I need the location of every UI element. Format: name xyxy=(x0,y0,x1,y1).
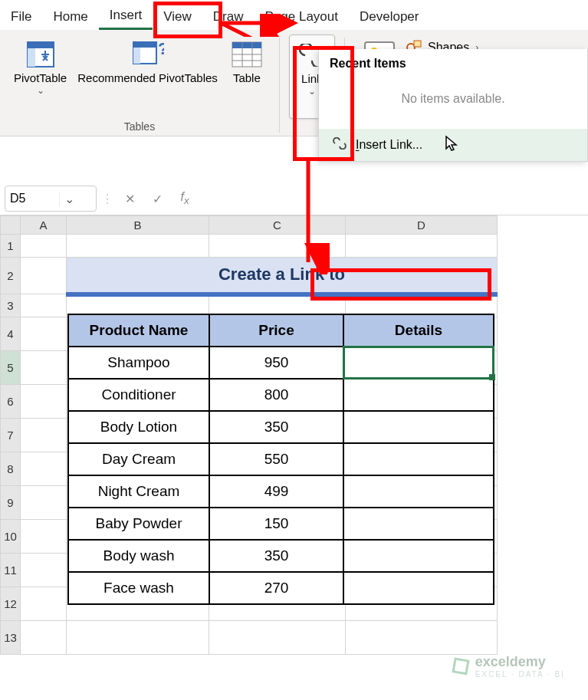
table-row: Face wash270 xyxy=(68,572,494,604)
column-header-b[interactable]: B xyxy=(67,216,209,235)
data-table: Product Name Price Details Shampoo950 Co… xyxy=(67,314,494,605)
cell-product[interactable]: Day Cream xyxy=(68,443,209,475)
cell-details-selected[interactable] xyxy=(343,347,494,379)
formula-input[interactable] xyxy=(201,189,583,209)
row-header[interactable]: 3 xyxy=(1,294,21,317)
fx-icon[interactable]: fx xyxy=(173,187,196,210)
cell-price[interactable]: 550 xyxy=(209,443,343,475)
chevron-down-icon: ⌄ xyxy=(37,85,44,96)
row-header[interactable]: 9 xyxy=(1,486,21,520)
row-header[interactable]: 8 xyxy=(1,452,21,486)
header-product-name[interactable]: Product Name xyxy=(68,314,209,347)
svg-rect-2 xyxy=(28,48,35,67)
cell-product[interactable]: Body wash xyxy=(68,540,209,572)
row-header[interactable]: 1 xyxy=(1,235,21,258)
table-row: Conditioner800 xyxy=(68,379,494,411)
chevron-down-icon: ⌄ xyxy=(308,86,316,97)
cursor-icon xyxy=(444,135,459,155)
cell-product[interactable]: Baby Powder xyxy=(68,508,209,540)
table-button[interactable]: Table xyxy=(224,35,270,119)
watermark-icon xyxy=(451,656,471,676)
cell-product[interactable]: Shampoo xyxy=(68,347,209,379)
cell-price[interactable]: 270 xyxy=(209,572,343,604)
row-header[interactable]: 6 xyxy=(1,385,21,419)
cell-price[interactable]: 800 xyxy=(209,379,343,411)
table-row: Night Cream499 xyxy=(68,475,494,508)
cancel-formula-icon[interactable]: ✕ xyxy=(118,187,141,210)
group-tables: PivotTable ⌄ ? Recommended PivotTables T… xyxy=(5,35,274,136)
row-header[interactable]: 2 xyxy=(1,258,21,294)
pivottable-icon xyxy=(26,38,55,71)
tables-group-label: Tables xyxy=(124,119,155,136)
cell-details[interactable] xyxy=(343,540,494,572)
cell-details[interactable] xyxy=(343,443,494,475)
table-row: Baby Powder150 xyxy=(68,508,494,540)
row-header[interactable]: 11 xyxy=(1,554,21,587)
insert-link-label: Insert Link... xyxy=(356,138,422,152)
row-header[interactable]: 5 xyxy=(1,351,21,385)
formula-bar: ⌄ ⋮ ✕ ✓ fx xyxy=(0,182,588,215)
watermark: exceldemy EXCEL · DATA · BI xyxy=(451,654,565,679)
cell-price[interactable]: 950 xyxy=(209,347,343,379)
recommended-pivottables-label: Recommended PivotTables xyxy=(77,71,218,85)
row-header[interactable]: 12 xyxy=(1,587,21,621)
row-header[interactable]: 10 xyxy=(1,520,21,554)
cell-product[interactable]: Conditioner xyxy=(68,379,209,411)
name-box-dropdown-icon[interactable]: ⌄ xyxy=(59,192,79,206)
tab-page-layout[interactable]: Page Layout xyxy=(255,5,349,29)
ribbon-tabs: File Home Insert View Draw Page Layout D… xyxy=(0,0,588,30)
cell-price[interactable]: 150 xyxy=(209,508,343,540)
row-header[interactable]: 13 xyxy=(1,621,21,655)
column-header-c[interactable]: C xyxy=(209,216,346,235)
worksheet[interactable]: A B C D 1 2Create a Link to 3 4 5 6 7 8 … xyxy=(0,215,588,655)
table-row: Shampoo950 xyxy=(68,347,494,379)
cell-details[interactable] xyxy=(343,475,494,508)
svg-rect-4 xyxy=(133,42,156,48)
cell-reference-input[interactable] xyxy=(5,189,59,209)
separator: ⋮ xyxy=(101,192,113,206)
column-header-d[interactable]: D xyxy=(346,216,498,235)
cell-price[interactable]: 350 xyxy=(209,540,343,572)
recent-items-header: Recent Items xyxy=(319,49,587,74)
table-header-row: Product Name Price Details xyxy=(68,314,494,347)
column-header-a[interactable]: A xyxy=(21,216,67,235)
table-icon xyxy=(232,38,262,71)
header-price[interactable]: Price xyxy=(209,314,343,347)
watermark-brand: exceldemy xyxy=(475,654,565,670)
tab-draw[interactable]: Draw xyxy=(202,5,255,29)
watermark-tagline: EXCEL · DATA · BI xyxy=(475,670,565,679)
cell-product[interactable]: Face wash xyxy=(68,572,209,604)
tab-insert[interactable]: Insert xyxy=(99,3,153,30)
tab-file[interactable]: File xyxy=(0,5,42,29)
link-icon xyxy=(331,137,348,153)
cell-price[interactable]: 499 xyxy=(209,475,343,508)
cell-product[interactable]: Night Cream xyxy=(68,475,209,508)
svg-text:?: ? xyxy=(158,41,164,58)
select-all-corner[interactable] xyxy=(1,216,21,235)
tab-view[interactable]: View xyxy=(153,5,202,29)
cell-details[interactable] xyxy=(343,411,494,443)
table-row: Body Lotion350 xyxy=(68,411,494,443)
svg-rect-1 xyxy=(28,42,54,48)
cell-price[interactable]: 350 xyxy=(209,411,343,443)
svg-rect-16 xyxy=(414,41,421,47)
header-details[interactable]: Details xyxy=(343,314,494,347)
cell-details[interactable] xyxy=(343,508,494,540)
title-cell[interactable]: Create a Link to xyxy=(67,258,498,294)
cell-details[interactable] xyxy=(343,572,494,604)
tab-developer[interactable]: Developer xyxy=(349,5,430,29)
svg-rect-8 xyxy=(232,42,261,48)
cell-product[interactable]: Body Lotion xyxy=(68,411,209,443)
no-items-label: No items available. xyxy=(319,74,587,129)
table-row: Body wash350 xyxy=(68,540,494,572)
row-header[interactable]: 7 xyxy=(1,419,21,452)
pivottable-button[interactable]: PivotTable ⌄ xyxy=(9,35,71,119)
row-header[interactable]: 4 xyxy=(1,317,21,351)
name-box[interactable]: ⌄ xyxy=(5,186,97,212)
svg-rect-21 xyxy=(455,660,467,672)
insert-link-menu-item[interactable]: Insert Link... xyxy=(319,129,587,161)
accept-formula-icon[interactable]: ✓ xyxy=(146,187,169,210)
recommended-pivottables-button[interactable]: ? Recommended PivotTables xyxy=(73,35,222,119)
tab-home[interactable]: Home xyxy=(42,5,98,29)
cell-details[interactable] xyxy=(343,379,494,411)
